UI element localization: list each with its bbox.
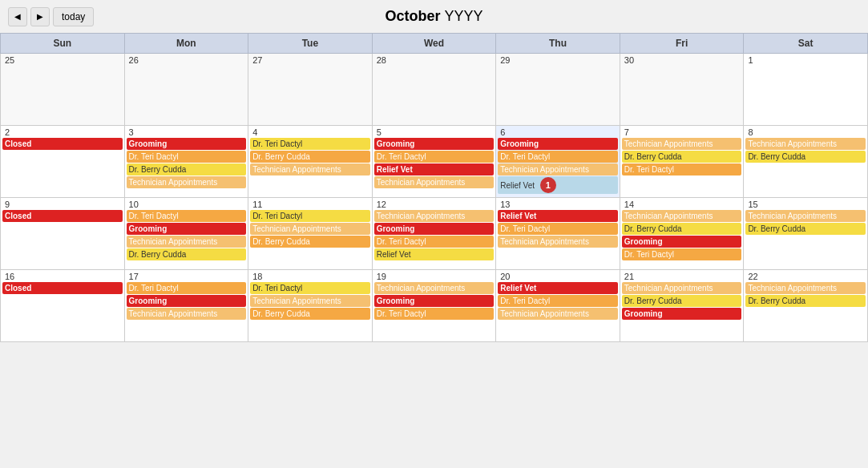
calendar-event[interactable]: Dr. Berry Cudda xyxy=(127,248,247,260)
calendar-event[interactable]: Dr. Teri Dactyl xyxy=(250,138,370,150)
calendar-event[interactable]: Dr. Berry Cudda xyxy=(622,295,742,307)
calendar-event[interactable]: Relief Vet xyxy=(498,282,618,294)
calendar-event[interactable]: Technician Appointments xyxy=(127,308,247,320)
prev-button[interactable]: ◀ xyxy=(8,7,27,26)
calendar-event[interactable]: Dr. Teri Dactyl xyxy=(127,210,247,222)
calendar-event[interactable]: Dr. Teri Dactyl xyxy=(374,236,495,248)
calendar-event[interactable]: Grooming xyxy=(622,308,742,320)
calendar-event[interactable]: Technician Appointments xyxy=(127,236,247,248)
day-cell: 10Dr. Teri DactylGroomingTechnician Appo… xyxy=(124,198,248,270)
calendar-event[interactable]: Technician Appointments xyxy=(745,138,866,150)
calendar-event[interactable]: Dr. Teri Dactyl xyxy=(127,151,247,163)
calendar-event[interactable]: Dr. Teri Dactyl xyxy=(374,151,495,163)
calendar-event[interactable]: Technician Appointments xyxy=(498,308,618,320)
day-cell: 27 xyxy=(248,54,373,126)
calendar-event[interactable]: Grooming xyxy=(374,138,495,150)
day-cell: 30 xyxy=(620,54,744,126)
calendar-event[interactable]: Dr. Teri Dactyl xyxy=(250,282,370,294)
day-number: 10 xyxy=(127,200,247,209)
week-row-0: 2526272829301 xyxy=(1,54,868,126)
calendar-event[interactable]: Technician Appointments xyxy=(250,295,370,307)
day-number: 29 xyxy=(498,55,618,65)
day-number: 16 xyxy=(2,272,123,281)
weekday-sat: Sat xyxy=(744,34,868,54)
calendar-event[interactable]: Dr. Teri Dactyl xyxy=(498,151,618,163)
calendar-event[interactable]: Dr. Berry Cudda xyxy=(250,151,370,163)
day-cell: 28 xyxy=(372,54,496,126)
calendar-event[interactable]: Dr. Teri Dactyl xyxy=(622,163,742,176)
week-row-1: 2Closed3GroomingDr. Teri DactylDr. Berry… xyxy=(1,126,868,198)
calendar-event[interactable]: Dr. Berry Cudda xyxy=(250,236,370,248)
calendar-event[interactable]: Closed xyxy=(2,282,123,294)
calendar-event[interactable]: Technician Appointments xyxy=(374,210,495,222)
day-cell: 11Dr. Teri DactylTechnician Appointments… xyxy=(248,198,373,270)
calendar-event[interactable]: Technician Appointments xyxy=(745,210,866,222)
calendar-event[interactable]: Grooming xyxy=(374,295,495,307)
day-number: 13 xyxy=(498,200,618,209)
calendar-event[interactable]: Relief Vet xyxy=(374,163,495,176)
calendar-event[interactable]: Grooming xyxy=(498,138,618,150)
calendar-event[interactable]: Dr. Teri Dactyl xyxy=(498,295,618,307)
calendar-event[interactable]: Technician Appointments xyxy=(498,163,618,176)
weekday-mon: Mon xyxy=(124,34,248,54)
calendar-event[interactable]: Dr. Teri Dactyl xyxy=(374,308,495,320)
calendar-event[interactable]: Dr. Berry Cudda xyxy=(622,151,742,163)
calendar-event[interactable]: Technician Appointments xyxy=(250,223,370,235)
calendar-event[interactable]: Technician Appointments xyxy=(250,163,370,176)
day-number: 12 xyxy=(374,200,495,209)
calendar-header: ◀ ▶ today October YYYY xyxy=(0,0,868,33)
calendar-event[interactable]: Dr. Teri Dactyl xyxy=(127,282,247,294)
calendar-event[interactable]: Dr. Berry Cudda xyxy=(745,151,866,163)
calendar-event[interactable]: Grooming xyxy=(127,138,247,150)
calendar-event[interactable]: Technician Appointments xyxy=(374,176,495,188)
calendar-event[interactable]: Grooming xyxy=(127,295,247,307)
weekday-header-row: SunMonTueWedThuFriSat xyxy=(1,34,868,54)
day-cell: 14Technician AppointmentsDr. Berry Cudda… xyxy=(620,198,744,270)
day-number: 15 xyxy=(745,200,866,209)
calendar-event[interactable]: Grooming xyxy=(374,223,495,235)
day-number: 20 xyxy=(498,272,618,281)
calendar-event[interactable]: Relief Vet 1 xyxy=(498,176,618,194)
day-cell: 22Technician AppointmentsDr. Berry Cudda xyxy=(744,270,868,342)
calendar-event[interactable]: Relief Vet xyxy=(498,210,618,222)
day-cell: 3GroomingDr. Teri DactylDr. Berry CuddaT… xyxy=(124,126,248,198)
day-cell: 7Technician AppointmentsDr. Berry CuddaD… xyxy=(620,126,744,198)
calendar-event[interactable]: Technician Appointments xyxy=(622,138,742,150)
day-cell: 8Technician AppointmentsDr. Berry Cudda xyxy=(744,126,868,198)
calendar-event[interactable]: Closed xyxy=(2,210,123,222)
day-cell: 17Dr. Teri DactylGroomingTechnician Appo… xyxy=(124,270,248,342)
month-name: October xyxy=(385,8,440,24)
calendar-event[interactable]: Dr. Berry Cudda xyxy=(745,223,866,235)
calendar-event[interactable]: Dr. Teri Dactyl xyxy=(622,248,742,260)
calendar-event[interactable]: Relief Vet xyxy=(374,248,495,260)
calendar-event[interactable]: Dr. Teri Dactyl xyxy=(250,210,370,222)
calendar-event[interactable]: Grooming xyxy=(622,236,742,248)
calendar-event[interactable]: Dr. Berry Cudda xyxy=(745,295,866,307)
calendar-event[interactable]: Grooming xyxy=(127,223,247,235)
day-cell: 9Closed xyxy=(1,198,125,270)
day-number: 11 xyxy=(250,200,370,209)
weekday-fri: Fri xyxy=(620,34,744,54)
day-number: 27 xyxy=(250,55,370,65)
day-number: 21 xyxy=(622,272,742,281)
calendar-event[interactable]: Technician Appointments xyxy=(622,282,742,294)
day-cell: 20Relief VetDr. Teri DactylTechnician Ap… xyxy=(496,270,620,342)
calendar-event[interactable]: Dr. Teri Dactyl xyxy=(498,223,618,235)
calendar-event[interactable]: Dr. Berry Cudda xyxy=(622,223,742,235)
calendar-event[interactable]: Technician Appointments xyxy=(622,210,742,222)
day-number: 9 xyxy=(2,200,123,209)
calendar-event[interactable]: Technician Appointments xyxy=(127,176,247,188)
next-button[interactable]: ▶ xyxy=(30,7,50,26)
nav-buttons: ◀ ▶ today xyxy=(8,7,94,26)
day-cell: 18Dr. Teri DactylTechnician Appointments… xyxy=(248,270,373,342)
calendar-event[interactable]: Technician Appointments xyxy=(498,236,618,248)
calendar-event[interactable]: Technician Appointments xyxy=(374,282,495,294)
today-button[interactable]: today xyxy=(53,7,94,26)
day-cell: 6GroomingDr. Teri DactylTechnician Appoi… xyxy=(496,126,620,198)
calendar-event[interactable]: Dr. Berry Cudda xyxy=(127,163,247,176)
calendar-event[interactable]: Technician Appointments xyxy=(745,282,866,294)
day-cell: 1 xyxy=(744,54,868,126)
weekday-thu: Thu xyxy=(496,34,620,54)
calendar-event[interactable]: Dr. Berry Cudda xyxy=(250,308,370,320)
calendar-event[interactable]: Closed xyxy=(2,138,123,150)
